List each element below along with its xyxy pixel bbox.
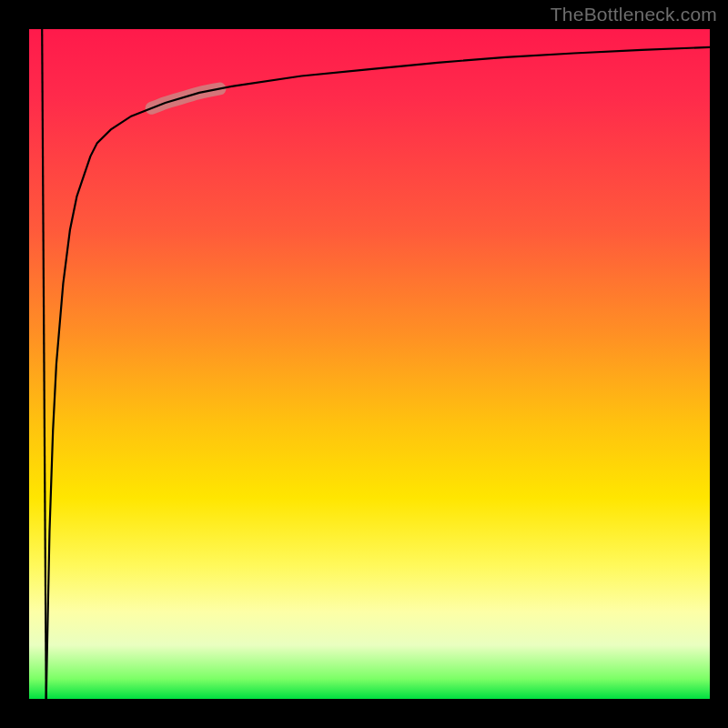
plot-area bbox=[29, 29, 710, 699]
watermark-text: TheBottleneck.com bbox=[551, 4, 717, 25]
bottleneck-curve bbox=[42, 29, 710, 699]
highlight-segment bbox=[152, 89, 220, 108]
chart-stage: TheBottleneck.com bbox=[0, 0, 728, 728]
curve-layer bbox=[29, 29, 710, 699]
